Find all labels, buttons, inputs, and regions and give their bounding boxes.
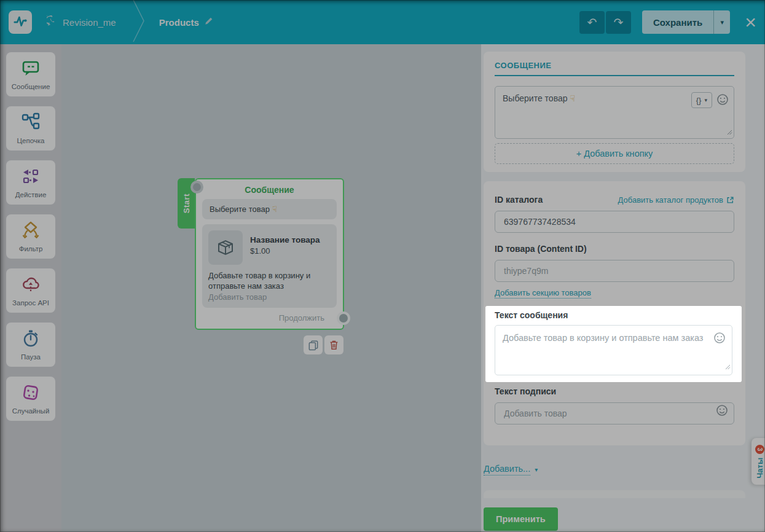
caption-input[interactable] (495, 402, 734, 424)
settings-panel: СООБЩЕНИЕ Выберите товар☟ {} ▾ (481, 44, 765, 532)
variables-button[interactable]: {} ▾ (691, 92, 712, 108)
tool-random[interactable]: Случайный (6, 377, 55, 421)
caret-down-icon: ▾ (535, 466, 538, 473)
add-more-label: Добавить... (484, 464, 530, 475)
save-button[interactable]: Сохранить (642, 10, 713, 34)
apply-button[interactable]: Применить (484, 507, 558, 531)
hand-down-icon: ☟ (570, 93, 575, 103)
product-name: Название товара (250, 230, 320, 244)
emoji-button[interactable] (713, 332, 726, 348)
node-message-bubble: Выберите товар☟ (202, 199, 337, 219)
variables-glyph: {} (696, 96, 702, 105)
message-text-section: Текст сообщения Добавьте товар в корзину… (485, 306, 742, 382)
output-connector[interactable] (337, 311, 350, 325)
tool-label: Пауза (21, 353, 41, 361)
continue-label: Продолжить (279, 313, 324, 323)
undo-button[interactable]: ↶ (579, 11, 605, 34)
api-request-icon (21, 275, 41, 297)
hand-down-icon: ☟ (272, 205, 277, 214)
input-connector[interactable] (190, 181, 203, 194)
app-header: Revision_me Products ↶ ↷ Сохранить ▾ × (0, 0, 765, 44)
tool-label: Запрос API (12, 299, 49, 307)
product-price: $1.00 (250, 246, 320, 256)
panel-footer-strip (484, 490, 745, 498)
resize-grip-icon[interactable] (725, 361, 731, 374)
message-icon (21, 58, 41, 80)
page-title: Products (159, 17, 199, 28)
tool-label: Случайный (12, 407, 50, 415)
breadcrumb-workspace[interactable]: Revision_me (47, 15, 116, 29)
flow-builder-app: Revision_me Products ↶ ↷ Сохранить ▾ × (0, 0, 765, 532)
message-text-value: Добавьте товар в корзину и отправьте нам… (503, 333, 703, 343)
chain-icon (21, 112, 41, 135)
message-bubble-value: Выберите товар (503, 93, 567, 103)
message-text-label: Текст сообщения (495, 310, 732, 320)
filter-icon (21, 221, 41, 243)
close-button[interactable]: × (745, 12, 756, 32)
chats-tab-label: Чаты (755, 458, 764, 479)
breadcrumb-page: Products (159, 17, 213, 28)
random-icon (21, 383, 41, 405)
pulse-icon (13, 14, 28, 31)
save-button-group: Сохранить ▾ (642, 10, 730, 34)
node-product-card: Название товара $1.00 Добавьте товар в к… (202, 224, 337, 308)
package-icon (208, 230, 243, 265)
duplicate-node-button[interactable] (304, 335, 323, 354)
caption-label: Текст подписи (495, 386, 734, 396)
delete-node-button[interactable] (324, 335, 343, 354)
start-label: Start (182, 194, 191, 213)
add-more-dropdown[interactable]: Добавить... ▾ (484, 464, 538, 475)
continue-row: Продолжить (202, 313, 337, 323)
chats-badge: 3 (755, 445, 764, 454)
message-text-field[interactable]: Добавьте товар в корзину и отправьте нам… (495, 325, 732, 375)
toolbox-sidebar: Сообщение Цепочка Действие Фильтр (0, 44, 61, 532)
product-add-label: Добавить товар (208, 292, 331, 302)
chats-tab[interactable]: 3 Чаты (751, 438, 765, 485)
node-wrapper: Start Сообщение Выберите товар☟ (178, 178, 344, 330)
emoji-button[interactable] (716, 404, 728, 419)
emoji-button[interactable] (716, 93, 729, 108)
product-settings-card: ID каталога Добавить каталог продуктов I… (484, 181, 745, 445)
whatsapp-icon (47, 15, 58, 29)
pause-icon (21, 329, 41, 351)
tool-label: Цепочка (17, 137, 45, 144)
resize-grip-icon[interactable] (727, 127, 732, 137)
redo-button[interactable]: ↷ (606, 11, 631, 34)
action-icon (21, 166, 41, 189)
tool-action[interactable]: Действие (6, 160, 55, 205)
catalog-id-label: ID каталога (495, 195, 543, 205)
add-catalog-link-text: Добавить каталог продуктов (618, 195, 723, 205)
tool-pause[interactable]: Пауза (6, 323, 55, 367)
tool-api-request[interactable]: Запрос API (6, 268, 55, 313)
message-node[interactable]: Сообщение Выберите товар☟ Название товар… (195, 178, 344, 330)
flow-canvas[interactable]: Start Сообщение Выберите товар☟ (61, 44, 481, 532)
node-message-text: Выберите товар (210, 205, 270, 214)
message-bubble-input[interactable]: Выберите товар☟ {} ▾ (495, 86, 734, 139)
node-title: Сообщение (202, 183, 337, 199)
add-button-button[interactable]: + Добавить кнопку (495, 143, 734, 164)
add-products-section-link[interactable]: Добавить секцию товаров (495, 288, 591, 299)
tool-chain[interactable]: Цепочка (6, 106, 55, 151)
workspace-name: Revision_me (63, 17, 116, 28)
tool-label: Действие (15, 191, 47, 198)
tool-label: Фильтр (19, 245, 43, 252)
tool-message[interactable]: Сообщение (6, 52, 55, 96)
edit-title-icon[interactable] (204, 17, 213, 28)
add-catalog-link[interactable]: Добавить каталог продуктов (618, 195, 734, 205)
breadcrumb-separator (132, 0, 147, 45)
external-link-icon (726, 196, 734, 204)
tool-label: Сообщение (12, 83, 50, 90)
panel-section-title: СООБЩЕНИЕ (495, 57, 734, 76)
tool-filter[interactable]: Фильтр (6, 214, 55, 259)
caret-down-icon: ▾ (704, 97, 707, 103)
content-id-label: ID товара (Content ID) (495, 244, 734, 254)
message-section-card: СООБЩЕНИЕ Выберите товар☟ {} ▾ (484, 52, 745, 172)
catalog-id-input[interactable] (495, 211, 734, 233)
app-logo[interactable] (9, 10, 32, 34)
product-description: Добавьте товар в корзину и отправьте нам… (208, 270, 331, 291)
save-dropdown-button[interactable]: ▾ (713, 10, 730, 34)
node-actions (304, 335, 343, 354)
content-id-input[interactable] (495, 260, 734, 282)
